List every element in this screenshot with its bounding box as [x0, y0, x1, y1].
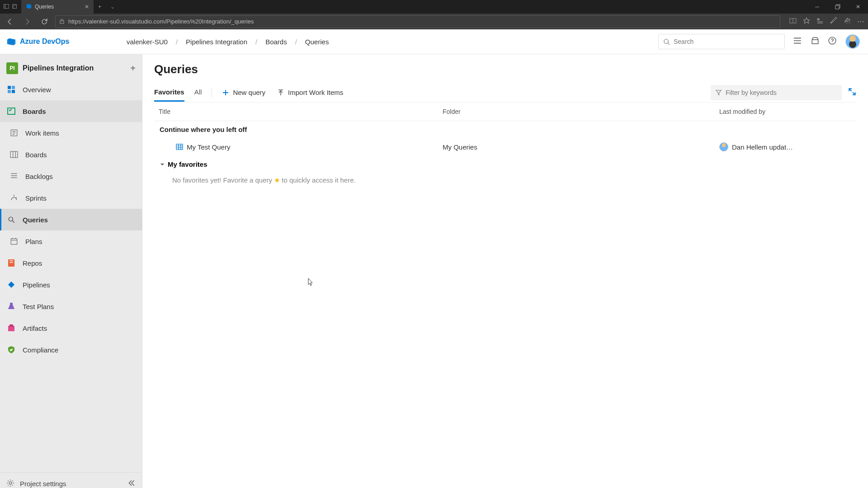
sidebar-label: Test Plans: [23, 303, 54, 310]
share-icon[interactable]: [844, 17, 851, 26]
work-items-tray-icon[interactable]: [794, 37, 802, 47]
user-avatar-small: [719, 142, 728, 151]
col-header-modified[interactable]: Last modified by: [719, 108, 852, 115]
add-button[interactable]: +: [130, 63, 136, 74]
fullscreen-icon[interactable]: [848, 88, 856, 98]
svg-rect-4: [835, 5, 839, 9]
sidebar-item-backlogs[interactable]: Backlogs: [0, 165, 142, 187]
compliance-icon: [6, 345, 16, 355]
sidebar-item-pipelines[interactable]: Pipelines: [0, 274, 142, 296]
marketplace-icon[interactable]: [811, 37, 819, 47]
svg-rect-22: [9, 324, 13, 327]
star-icon: ★: [274, 176, 280, 184]
sidebar-item-boards-group[interactable]: Boards: [0, 100, 142, 122]
page-toolbar: Favorites All New query Import Work Item…: [154, 83, 856, 103]
separator-icon: /: [255, 38, 257, 46]
svg-rect-3: [14, 5, 17, 9]
sidebar-item-queries[interactable]: Queries: [0, 209, 142, 230]
section-my-favorites[interactable]: My favorites: [154, 156, 856, 173]
sidebar-item-sprints[interactable]: Sprints: [0, 187, 142, 209]
section-continue: Continue where you left off: [154, 121, 856, 138]
breadcrumb-area[interactable]: Boards: [265, 38, 287, 46]
svg-rect-13: [12, 86, 15, 89]
browser-address-bar: https://valenker-su0.visualstudio.com/Pi…: [0, 14, 868, 29]
sidebar-label: Boards: [25, 151, 47, 159]
tab-preview-icon[interactable]: [12, 4, 17, 10]
window-minimize-button[interactable]: ─: [807, 0, 827, 14]
action-label: Import Work Items: [288, 89, 343, 96]
user-avatar[interactable]: [845, 34, 860, 49]
refresh-button[interactable]: [38, 15, 51, 28]
sidebar-item-compliance[interactable]: Compliance: [0, 339, 142, 361]
sidebar-item-test-plans[interactable]: Test Plans: [0, 296, 142, 317]
import-work-items-button[interactable]: Import Work Items: [277, 89, 343, 96]
svg-point-19: [9, 217, 13, 221]
sidebar-label: Queries: [23, 216, 48, 224]
breadcrumb: valenker-SU0 / Pipelines Integration / B…: [127, 38, 329, 46]
filter-icon: [715, 89, 722, 96]
work-items-icon: [9, 128, 19, 138]
browser-tab[interactable]: Queries ✕: [21, 0, 94, 14]
filter-keywords-input[interactable]: Filter by keywords: [711, 85, 842, 100]
window-close-button[interactable]: ✕: [848, 0, 868, 14]
sidebar-label: Boards: [23, 108, 46, 115]
tab-favorites[interactable]: Favorites: [154, 84, 184, 102]
search-placeholder: Search: [674, 38, 693, 45]
svg-rect-15: [12, 90, 15, 93]
col-header-title[interactable]: Title: [159, 108, 443, 115]
sidebar-label: Compliance: [23, 346, 58, 354]
new-tab-button[interactable]: +: [94, 4, 106, 10]
breadcrumb-project[interactable]: Pipelines Integration: [186, 38, 247, 46]
svg-rect-5: [60, 21, 64, 23]
more-icon[interactable]: ⋯: [857, 17, 864, 26]
sidebar-label: Overview: [23, 86, 51, 94]
artifacts-icon: [6, 323, 16, 333]
notes-icon[interactable]: [830, 17, 837, 26]
window-maximize-button[interactable]: [827, 0, 848, 14]
brand[interactable]: Azure DevOps: [5, 37, 113, 47]
svg-rect-12: [8, 86, 11, 89]
azure-devops-favicon-icon: [26, 3, 32, 11]
sidebar-item-work-items[interactable]: Work items: [0, 122, 142, 144]
project-badge: PI: [6, 62, 18, 74]
brand-text: Azure DevOps: [20, 38, 69, 46]
col-header-folder[interactable]: Folder: [443, 108, 719, 115]
import-icon: [277, 89, 284, 96]
sidebar-item-overview[interactable]: Overview: [0, 79, 142, 100]
tab-chevron-icon[interactable]: ⌄: [106, 4, 119, 10]
sidebar-item-boards[interactable]: Boards: [0, 144, 142, 165]
forward-button[interactable]: [21, 15, 33, 28]
filter-placeholder: Filter by keywords: [726, 89, 777, 96]
search-icon: [663, 38, 670, 45]
sidebar-item-repos[interactable]: Repos: [0, 252, 142, 274]
sidebar-label: Repos: [23, 259, 42, 267]
tab-aside-icon[interactable]: [4, 4, 9, 10]
sidebar-item-plans[interactable]: Plans: [0, 230, 142, 252]
query-row[interactable]: My Test Query My Queries Dan Hellem upda…: [154, 138, 856, 156]
back-button[interactable]: [4, 15, 16, 28]
favorite-star-icon[interactable]: [803, 17, 810, 26]
reading-view-icon[interactable]: [789, 17, 797, 26]
breadcrumb-page[interactable]: Queries: [305, 38, 329, 46]
azure-devops-logo-icon: [6, 37, 16, 47]
close-tab-icon[interactable]: ✕: [85, 4, 89, 10]
global-search-input[interactable]: Search: [658, 34, 785, 49]
sidebar-item-project-settings[interactable]: Project settings: [0, 472, 142, 488]
tab-all[interactable]: All: [194, 84, 202, 102]
backlogs-icon: [9, 171, 19, 181]
new-query-button[interactable]: New query: [222, 89, 265, 96]
app-header: Azure DevOps valenker-SU0 / Pipelines In…: [0, 29, 868, 54]
collapse-sidebar-icon[interactable]: [127, 479, 136, 488]
project-header[interactable]: PI Pipelines Integration +: [0, 58, 142, 79]
action-label: New query: [233, 89, 265, 96]
breadcrumb-org[interactable]: valenker-SU0: [127, 38, 168, 46]
separator-icon: /: [176, 38, 178, 46]
sprints-icon: [9, 193, 19, 203]
favorites-list-icon[interactable]: [816, 17, 824, 26]
query-folder: My Queries: [443, 143, 719, 151]
sidebar-item-artifacts[interactable]: Artifacts: [0, 317, 142, 339]
help-icon[interactable]: [828, 37, 836, 47]
svg-rect-14: [8, 90, 11, 93]
svg-rect-18: [10, 151, 18, 158]
url-field[interactable]: https://valenker-su0.visualstudio.com/Pi…: [55, 15, 780, 28]
